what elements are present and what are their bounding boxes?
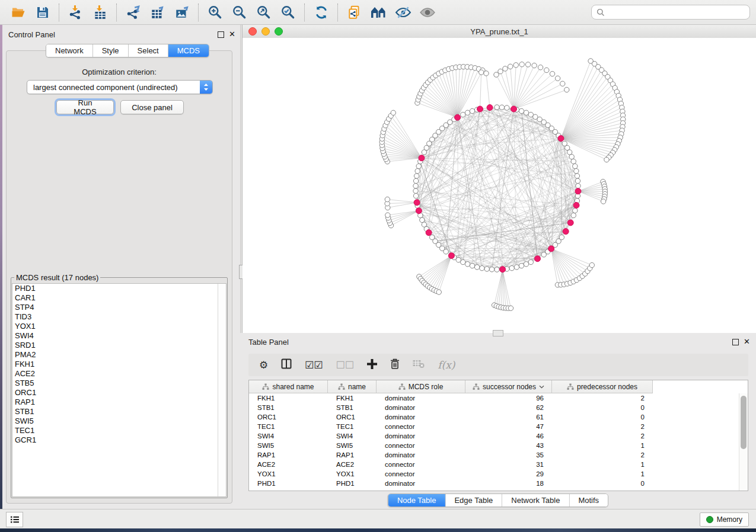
criterion-dropdown[interactable]: largest connected component (undirected) [27,80,213,94]
zoom-in-icon[interactable] [203,2,227,23]
mcds-result-item[interactable]: STP4 [12,303,226,312]
mcds-result-list[interactable]: PHD1CAR1STP4TID3YOX1SWI4SRD1PMA2FKH1ACE2… [12,283,227,497]
tab-mcds[interactable]: MCDS [168,44,209,57]
column-header-name[interactable]: name [328,380,377,393]
column-header-predecessor-nodes[interactable]: predecessor nodes [552,380,653,393]
float-panel-icon[interactable] [218,31,224,38]
select-all-icon[interactable]: ☑☑ [305,360,323,370]
column-header-mcds-role[interactable]: MCDS role [377,380,465,393]
copy-network-icon[interactable] [342,2,366,23]
mcds-result-item[interactable]: FKH1 [12,360,226,369]
mcds-result-title: MCDS result (17 nodes) [14,273,100,282]
table-row[interactable]: ACE2ACE2connector311 [249,460,739,469]
first-neighbors-icon[interactable] [366,2,391,23]
delete-column-icon[interactable] [390,358,400,371]
zoom-out-icon[interactable] [227,2,251,23]
cell-successor-nodes: 47 [465,423,552,430]
tab-style[interactable]: Style [93,44,129,57]
run-mcds-button[interactable]: Run MCDS [56,100,114,114]
cell-successor-nodes: 18 [465,480,552,487]
float-table-panel-icon[interactable] [732,339,739,345]
control-panel: Control Panel ✕ Optimization criterion: … [2,25,240,509]
cell-mcds-role: dominator [377,432,465,440]
search-icon [596,8,605,17]
export-table-icon[interactable] [145,2,170,23]
column-header-shared-name[interactable]: shared name [249,380,328,393]
mcds-result-item[interactable]: TID3 [12,312,226,322]
mcds-result-item[interactable]: STB1 [12,407,226,416]
function-builder-icon[interactable]: f(x) [438,359,455,371]
mcds-result-item[interactable]: PHD1 [12,284,226,293]
task-history-button[interactable] [6,512,23,527]
table-row[interactable]: PHD1PHD1dominator180 [249,479,739,488]
table-panel-tabs: Node TableEdge TableNetwork TableMotifs [388,493,608,507]
search-input[interactable] [608,8,745,17]
close-table-panel-icon[interactable]: ✕ [744,339,750,345]
table-row[interactable]: FKH1FKH1dominator962 [249,393,739,403]
hide-selected-icon[interactable] [391,2,415,23]
refresh-icon[interactable] [309,2,333,23]
import-network-icon[interactable] [63,2,88,23]
network-window: YPA_prune.txt_1 [243,25,756,333]
mcds-result-item[interactable]: ACE2 [12,369,226,379]
cell-shared-name: PHD1 [249,480,328,487]
show-column-icon[interactable] [281,358,292,371]
mcds-result-item[interactable]: STB5 [12,379,226,388]
tab-network-table[interactable]: Network Table [502,494,569,507]
table-scrollbar[interactable] [739,393,748,491]
close-panel-button[interactable]: Close panel [120,100,184,114]
zoom-selected-icon[interactable] [276,2,300,23]
tab-motifs[interactable]: Motifs [569,494,608,507]
mcds-result-item[interactable]: SWI5 [12,416,226,426]
tab-select[interactable]: Select [129,44,168,57]
export-image-icon[interactable] [170,2,194,23]
zoom-fit-icon[interactable] [251,2,276,23]
cell-mcds-role: dominator [377,395,465,402]
network-canvas[interactable] [243,38,756,333]
open-file-icon[interactable] [6,2,30,23]
attribute-type-icon [567,383,574,390]
show-all-icon[interactable] [415,2,439,23]
mcds-result-item[interactable]: CAR1 [12,293,226,303]
memory-button[interactable]: Memory [700,512,749,527]
memory-label: Memory [717,515,742,524]
deselect-all-icon[interactable]: ☐☐ [336,360,354,370]
mcds-result-item[interactable]: YOX1 [12,322,226,331]
table-row[interactable]: SWI5SWI5connector431 [249,441,739,450]
mcds-result-item[interactable]: PMA2 [12,350,226,360]
cell-shared-name: STB1 [249,404,328,411]
table-row[interactable]: TEC1TEC1connector472 [249,422,739,431]
import-table-icon[interactable] [88,2,112,23]
table-row[interactable]: YOX1YOX1connector291 [249,469,739,479]
horizontal-splitter-handle[interactable] [493,330,503,336]
delete-table-icon[interactable] [413,360,425,371]
list-icon [10,515,20,524]
tab-edge-table[interactable]: Edge Table [445,494,502,507]
column-header-successor-nodes[interactable]: successor nodes [465,380,552,393]
mcds-result-item[interactable]: SRD1 [12,341,226,350]
network-titlebar[interactable]: YPA_prune.txt_1 [243,25,756,39]
tab-network[interactable]: Network [46,44,93,57]
add-column-icon[interactable] [367,359,377,371]
mcds-result-item[interactable]: ORC1 [12,388,226,398]
search-field[interactable] [591,5,750,20]
tab-node-table[interactable]: Node Table [388,494,446,507]
mcds-result-item[interactable]: TEC1 [12,426,226,435]
close-panel-icon[interactable]: ✕ [229,31,235,37]
table-body: FKH1FKH1dominator962STB1STB1dominator620… [249,393,739,491]
save-session-icon[interactable] [30,2,55,23]
table-scrollbar-thumb[interactable] [741,396,747,449]
table-row[interactable]: ORC1ORC1dominator610 [249,412,739,422]
mcds-result-item[interactable]: RAP1 [12,398,226,407]
mcds-result-item[interactable]: SWI4 [12,331,226,341]
mcds-list-scrollbar[interactable] [218,284,226,496]
table-row[interactable]: RAP1RAP1dominator352 [249,450,739,460]
mcds-result-item[interactable]: GCR1 [12,435,226,445]
table-row[interactable]: STB1STB1dominator620 [249,403,739,412]
table-row[interactable]: SWI4SWI4dominator462 [249,431,739,441]
table-settings-icon[interactable]: ⚙ [259,360,268,370]
export-network-icon[interactable] [121,2,145,23]
network-graph[interactable] [243,38,756,333]
cell-successor-nodes: 31 [465,461,552,468]
cell-predecessor-nodes: 0 [552,414,653,421]
